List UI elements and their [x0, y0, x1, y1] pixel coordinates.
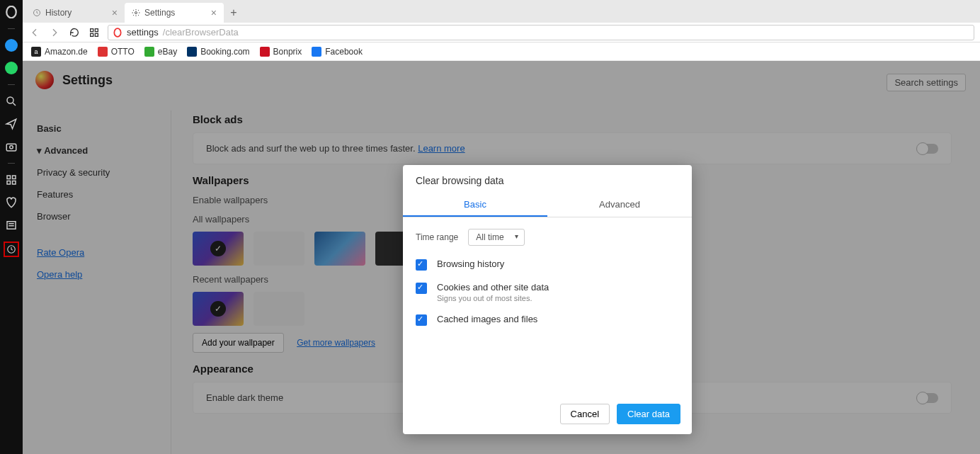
bookmark-bonprix[interactable]: Bonprix	[260, 47, 302, 57]
cookies-subtext: Signs you out of most sites.	[437, 294, 549, 302]
tab-strip: History × Settings × +	[23, 0, 980, 23]
clear-data-button[interactable]: Clear data	[617, 404, 680, 424]
bookmark-amazon[interactable]: aAmazon.de	[31, 47, 88, 57]
checkbox-icon[interactable]	[416, 283, 427, 294]
new-tab-button[interactable]: +	[224, 3, 244, 23]
svg-rect-5	[7, 176, 11, 179]
svg-point-4	[10, 146, 13, 149]
tab-label: History	[45, 8, 72, 18]
opera-logo-icon[interactable]	[5, 6, 18, 18]
dialog-tab-advanced[interactable]: Advanced	[547, 193, 692, 217]
forward-button[interactable]	[48, 26, 61, 39]
svg-rect-7	[7, 181, 11, 185]
opera-favicon-icon	[113, 28, 122, 38]
address-path: /clearBrowserData	[163, 27, 239, 38]
bookmark-ebay[interactable]: eBay	[144, 47, 177, 57]
dialog-tabs: Basic Advanced	[403, 193, 692, 217]
news-icon[interactable]	[5, 219, 18, 232]
send-icon[interactable]	[5, 118, 18, 130]
separator	[8, 84, 15, 85]
svg-rect-8	[13, 181, 16, 185]
check-cache[interactable]: Cached images and files	[416, 314, 679, 326]
check-cookies[interactable]: Cookies and other site data Signs you ou…	[416, 282, 679, 302]
svg-rect-6	[13, 176, 16, 179]
bookmark-booking[interactable]: Booking.com	[187, 47, 249, 57]
history-tab-icon	[33, 8, 41, 17]
reload-button[interactable]	[68, 26, 81, 39]
dialog-footer: Cancel Clear data	[403, 397, 692, 434]
svg-rect-17	[91, 33, 93, 36]
dialog-title: Clear browsing data	[403, 165, 692, 193]
tab-label: Settings	[144, 8, 175, 18]
svg-rect-18	[95, 33, 98, 36]
whatsapp-icon[interactable]	[5, 62, 18, 74]
address-protocol: settings	[127, 27, 159, 38]
gear-icon	[132, 8, 140, 17]
tab-settings[interactable]: Settings ×	[125, 3, 224, 23]
messenger-icon[interactable]	[5, 39, 18, 52]
svg-rect-16	[95, 28, 98, 31]
close-tab-icon[interactable]: ×	[211, 7, 217, 18]
svg-rect-15	[91, 28, 93, 31]
dialog-body: Time range All time Browsing history Coo…	[403, 217, 692, 397]
bookmark-otto[interactable]: OTTO	[98, 47, 135, 57]
check-browsing-history[interactable]: Browsing history	[416, 259, 679, 271]
address-bar-row: settings/clearBrowserData	[23, 23, 980, 42]
bookmark-facebook[interactable]: Facebook	[312, 47, 363, 57]
opera-sidebar	[0, 0, 23, 454]
clear-browsing-data-dialog: Clear browsing data Basic Advanced Time …	[403, 165, 692, 434]
history-icon[interactable]	[4, 242, 19, 257]
svg-point-19	[114, 28, 120, 37]
checkbox-icon[interactable]	[416, 259, 427, 271]
time-range-select[interactable]: All time	[468, 229, 524, 246]
tab-history[interactable]: History ×	[25, 3, 125, 23]
svg-line-2	[13, 103, 16, 106]
svg-point-14	[135, 12, 137, 14]
dialog-tab-basic[interactable]: Basic	[403, 193, 547, 217]
cancel-button[interactable]: Cancel	[560, 404, 610, 424]
speed-dial-button[interactable]	[88, 26, 101, 39]
svg-point-1	[7, 97, 13, 103]
separator	[8, 163, 15, 164]
search-icon[interactable]	[5, 95, 18, 108]
svg-point-0	[6, 6, 16, 18]
camera-icon[interactable]	[5, 140, 18, 153]
bookmarks-bar: aAmazon.de OTTO eBay Booking.com Bonprix…	[23, 42, 980, 61]
svg-rect-3	[6, 144, 16, 151]
checkbox-icon[interactable]	[416, 314, 427, 326]
heart-icon[interactable]	[5, 196, 18, 209]
apps-icon[interactable]	[5, 174, 18, 186]
back-button[interactable]	[28, 26, 41, 39]
address-input[interactable]: settings/clearBrowserData	[108, 25, 974, 40]
time-range-label: Time range	[416, 232, 458, 242]
close-tab-icon[interactable]: ×	[112, 7, 118, 18]
separator	[8, 28, 15, 29]
